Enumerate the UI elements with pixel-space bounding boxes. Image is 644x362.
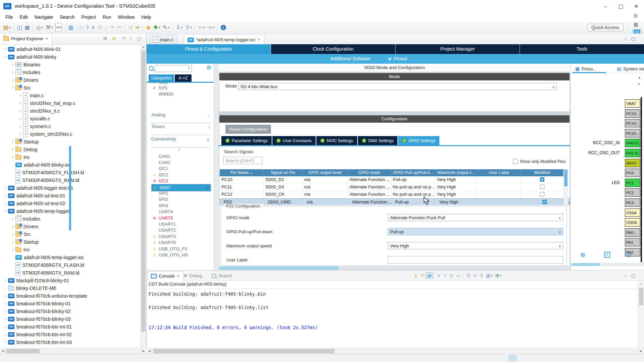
dropdown-caret-icon[interactable]: ▾ (500, 274, 501, 277)
dropdown-caret-icon[interactable]: ▾ (159, 26, 160, 29)
expand-arrow-icon[interactable]: › (10, 62, 15, 67)
config-tab-nvic-settings[interactable]: ✔NVIC Settings (316, 136, 357, 145)
tree-item[interactable]: ›IDEadafruit-f405-blinky (0, 53, 141, 61)
tree-item[interactable]: LDSTM32F405RGTX_RAM.ld (0, 269, 141, 277)
pin-vdda[interactable]: VDDA (625, 218, 640, 227)
collapse-all-icon[interactable]: ⊟ (103, 36, 107, 41)
column-header-maximum-output-s-[interactable]: Maximum output s... (435, 169, 477, 176)
list-scroll-spinner-icon[interactable]: ▴▾ (178, 147, 180, 151)
tree-item[interactable]: ›IDEblackpill-f103c8-blinky-01 (0, 277, 141, 284)
peripheral-item-wwdg[interactable]: WWDG (153, 91, 211, 97)
dropdown-caret-icon[interactable]: ▾ (213, 26, 214, 29)
build-icon[interactable]: ⚒▾ (45, 23, 54, 32)
maximize-button[interactable]: ▢ (613, 0, 629, 13)
modified-checkbox[interactable] (540, 192, 544, 196)
dropdown-caret-icon[interactable]: ▾ (491, 274, 493, 277)
editor-tab-main-c[interactable]: .cmain.c (149, 35, 177, 44)
modified-checkbox[interactable]: ✔ (542, 200, 547, 204)
peripheral-section-analog[interactable]: Analog› (151, 112, 210, 123)
expand-arrow-icon[interactable]: › (10, 78, 15, 82)
scroll-up-icon[interactable]: ∧ (638, 281, 644, 287)
pause-icon[interactable]: ‖ (86, 23, 90, 32)
peripheral-item-usart1[interactable]: USART1 (153, 221, 211, 227)
expand-arrow-icon[interactable]: › (3, 186, 8, 190)
stop-icon[interactable]: ■ (91, 23, 96, 32)
tree-item[interactable]: ›IDEadafruit-f405-blink-01 (0, 45, 141, 53)
cpp-perspective-icon[interactable]: ▦ (633, 20, 641, 29)
tree-item[interactable]: MXadafruit-f405-temp-logger.ioc (0, 253, 141, 261)
scroll-thumb[interactable] (564, 170, 568, 186)
expand-arrow-icon[interactable]: › (17, 101, 23, 106)
peripheral-item-spi1[interactable]: SPI1 (153, 190, 211, 196)
view-menu-icon[interactable]: ▽ (122, 36, 125, 41)
gear-icon[interactable]: ⚙ (206, 64, 211, 71)
pin-pc15[interactable]: PC15-.. (625, 129, 640, 137)
dropdown-caret-icon[interactable]: ▾ (181, 26, 183, 29)
link-editor-icon[interactable]: ⇄ (112, 36, 116, 41)
peripheral-item-spi3[interactable]: SPI3 (153, 202, 211, 208)
additional-software-menu[interactable]: Additional Software (330, 54, 371, 64)
pin-pa0[interactable]: PA0-.. (625, 228, 640, 237)
disconnect-icon[interactable]: ⊝ (96, 23, 103, 32)
table-row-pc11[interactable]: PC11SDIO_D3n/aAlternate Function ...No p… (220, 184, 564, 191)
expand-arrow-icon[interactable]: › (3, 54, 8, 60)
console-tab-search[interactable]: Search (209, 271, 235, 280)
dropdown-caret-icon[interactable]: ▾ (42, 26, 43, 29)
maximize-editor-icon[interactable]: ▢ (631, 36, 635, 41)
column-header-gpio-output-level[interactable]: GPIO output level (303, 169, 348, 176)
peripheral-item-usart3[interactable]: ⚠USART3 (153, 233, 211, 239)
display-console-icon[interactable]: ▤▾ (485, 273, 494, 278)
expand-arrow-icon[interactable]: › (17, 132, 23, 136)
step-return-icon[interactable]: ↩ (116, 23, 122, 32)
debug-icon[interactable]: ✱▾ (152, 23, 161, 32)
remove-launch-icon[interactable]: ✕ (442, 273, 448, 278)
pinout-tab-pinou-[interactable]: ▦Pinou... (575, 65, 596, 72)
expand-arrow-icon[interactable]: › (3, 340, 8, 345)
scroll-left-icon[interactable]: ◀ (147, 348, 152, 354)
peripheral-tab-a-z[interactable]: A->Z (175, 74, 192, 82)
expand-arrow-icon[interactable]: › (10, 247, 15, 252)
previous-match-icon[interactable]: ⇑ (419, 273, 426, 278)
column-header-pin-name[interactable]: Pin Name▲ (220, 169, 264, 176)
skip-breakpoints-icon[interactable]: ⇛ (134, 23, 141, 32)
expand-arrow-icon[interactable]: › (10, 70, 15, 75)
peripheral-scrollbar-thumb[interactable] (69, 146, 71, 231)
column-header-signal-on-pin[interactable]: Signal on Pin (264, 169, 303, 176)
tree-item[interactable]: ›Src (0, 84, 141, 92)
device-configuration-icon[interactable]: ▥ (67, 23, 74, 32)
peripheral-tab-categories[interactable]: Categories (149, 74, 174, 82)
project-explorer-tab[interactable]: Project Explorer ✕ (0, 34, 52, 44)
maximize-view-icon[interactable]: ▢ (137, 36, 141, 41)
peripheral-section-timers[interactable]: Timers› (151, 124, 210, 135)
peripheral-item-usart6[interactable]: ⚠USART6 (153, 240, 211, 246)
expand-arrow-icon[interactable]: › (10, 224, 15, 229)
terminate-icon[interactable]: ■ (436, 273, 441, 278)
pin-ph0o[interactable]: PH0-O.. (625, 139, 640, 147)
config-tab-user-constants[interactable]: ✔User Constants (272, 136, 316, 145)
menu-search[interactable]: Search (56, 13, 78, 21)
peripheral-item-i2c2[interactable]: ⚠I2C2 (153, 172, 211, 178)
tree-item[interactable]: ›IDEbreakout-f070cb-blinky-03 (0, 315, 141, 323)
modified-checkbox[interactable] (540, 185, 544, 189)
pin-pc14[interactable]: PC14-.. (625, 119, 640, 127)
run-external-icon[interactable]: ✎▾ (162, 23, 170, 32)
expand-arrow-icon[interactable]: › (10, 232, 15, 237)
open-perspective-icon[interactable]: ⊞ (633, 11, 641, 20)
tree-item[interactable]: ›.cstm32f4xx_it.c (0, 107, 141, 115)
peripheral-item-uart4[interactable]: UART4 (153, 209, 211, 215)
word-wrap-icon[interactable]: ↩ (472, 273, 479, 278)
console-tab-debug[interactable]: ✱Debug (181, 271, 205, 280)
expand-arrow-icon[interactable]: › (10, 85, 15, 90)
expand-arrow-icon[interactable]: › (3, 208, 8, 214)
scroll-thumb[interactable] (141, 50, 146, 332)
minimize-editor-icon[interactable]: – (624, 36, 627, 41)
step-over-icon[interactable]: ↷ (109, 23, 115, 32)
peripheral-item-i2c3[interactable]: ⊘I2C3 (153, 178, 211, 184)
scroll-thumb[interactable] (153, 349, 334, 353)
modified-checkbox[interactable]: ✔ (540, 177, 544, 182)
peripheral-item-can2[interactable]: CAN2 (153, 159, 211, 165)
maximum-output-speed-select[interactable]: Very High (388, 242, 563, 249)
expand-arrow-icon[interactable]: › (17, 116, 23, 121)
close-tab-icon[interactable]: ✕ (177, 274, 180, 278)
scroll-left-icon[interactable]: ◀ (0, 348, 6, 354)
